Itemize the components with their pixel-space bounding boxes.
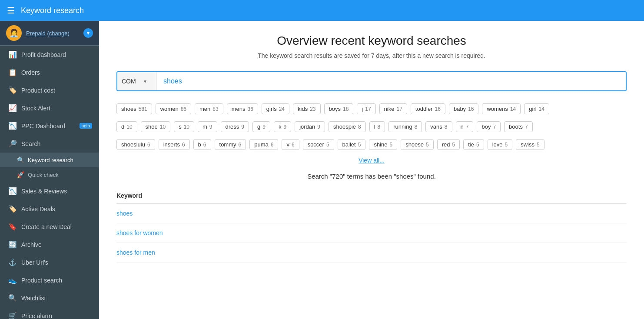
tag-item[interactable]: shine5 (369, 139, 397, 150)
tag-item[interactable]: boots7 (504, 121, 533, 132)
tag-count: 9 (241, 124, 244, 130)
tag-item[interactable]: running8 (388, 121, 422, 132)
tag-word: women (160, 106, 179, 112)
sidebar-item-active-deals[interactable]: 🏷️ Active Deals (0, 200, 99, 218)
tag-word: shoe (146, 123, 158, 130)
tag-icon: 🏷️ (8, 86, 17, 94)
anchor-icon: ⚓ (8, 258, 17, 266)
sidebar-item-product-search[interactable]: 👟 Product search (0, 271, 99, 289)
sidebar-item-ppc-dashboard[interactable]: 📉 PPC Dashboard beta (0, 117, 99, 135)
tag-item[interactable]: l8 (369, 121, 385, 132)
user-change-link[interactable]: (change) (47, 30, 69, 37)
tag-count: 8 (358, 124, 361, 130)
tag-item[interactable]: kids23 (293, 103, 320, 114)
deals-icon: 🏷️ (8, 205, 17, 213)
tag-item[interactable]: shoeslulu6 (116, 139, 155, 150)
tag-item[interactable]: dress9 (221, 121, 249, 132)
tag-item[interactable]: s10 (174, 121, 194, 132)
tag-item[interactable]: shoese5 (401, 139, 434, 150)
tag-word: shoeslulu (121, 141, 145, 148)
tag-count: 14 (510, 106, 516, 112)
sidebar-item-watchlist[interactable]: 🔍 Watchlist (0, 289, 99, 307)
tag-item[interactable]: k9 (274, 121, 291, 132)
view-all-link[interactable]: View all... (116, 157, 627, 164)
tag-count: 5 (505, 142, 508, 148)
tag-item[interactable]: soccer5 (303, 139, 334, 150)
sidebar-item-create-deal[interactable]: 🔖 Create a new Deal (0, 218, 99, 236)
tag-item[interactable]: d10 (116, 121, 137, 132)
tag-item[interactable]: men83 (195, 103, 223, 114)
tag-item[interactable]: j17 (357, 103, 375, 114)
tag-item[interactable]: shoe10 (141, 121, 171, 132)
tag-item[interactable]: nike17 (379, 103, 407, 114)
sidebar-section-search[interactable]: 🔎 Search (0, 135, 99, 153)
tag-item[interactable]: jordan9 (295, 121, 325, 132)
sidebar-user: 🧑‍💼 Prepaid (change) ▼ (0, 21, 99, 46)
tag-count: 6 (203, 142, 206, 148)
tag-item[interactable]: b6 (193, 139, 211, 150)
tag-item[interactable]: mens36 (227, 103, 258, 114)
user-dropdown-icon[interactable]: ▼ (83, 28, 93, 38)
sidebar-item-label: Active Deals (21, 206, 55, 213)
tag-item[interactable]: baby16 (449, 103, 479, 114)
tag-item[interactable]: m9 (198, 121, 217, 132)
user-name: Prepaid (26, 30, 46, 37)
hamburger-icon[interactable]: ☰ (7, 5, 15, 16)
sidebar-item-sales-reviews[interactable]: 📉 Sales & Reviews (0, 182, 99, 200)
tag-item[interactable]: tommy6 (215, 139, 246, 150)
sidebar-item-label: Uber Url's (21, 259, 48, 266)
tag-item[interactable]: shoes581 (116, 103, 152, 114)
tag-count: 9 (209, 124, 212, 130)
tag-item[interactable]: puma6 (249, 139, 278, 150)
tag-item[interactable]: womens14 (482, 103, 521, 114)
sales-icon: 📉 (8, 187, 17, 195)
sidebar-item-keyword-research[interactable]: 🔍 Keyword research (0, 153, 99, 167)
sidebar-item-stock-alert[interactable]: 📈 Stock Alert (0, 99, 99, 117)
search-bar: COM CO.UK DE FR IT ES ▼ (116, 71, 627, 91)
sidebar-item-price-alarm[interactable]: 🛒 Price alarm (0, 307, 99, 319)
keyword-row[interactable]: shoes for men (116, 243, 627, 263)
tag-word: jordan (299, 123, 315, 130)
sidebar-item-product-cost[interactable]: 🏷️ Product cost (0, 81, 99, 99)
sidebar-item-label: Product search (21, 277, 62, 284)
tag-count: 5 (426, 142, 429, 148)
tag-count: 5 (476, 142, 479, 148)
keyword-list: shoesshoes for womenshoes for men (116, 204, 627, 263)
tag-item[interactable]: g9 (252, 121, 270, 132)
sidebar: 🧑‍💼 Prepaid (change) ▼ 📊 Profit dashboar… (0, 21, 99, 319)
tag-item[interactable]: shoespie8 (329, 121, 366, 132)
search-input[interactable] (156, 72, 626, 90)
tag-item[interactable]: red5 (437, 139, 460, 150)
tag-item[interactable]: girl14 (524, 103, 549, 114)
tag-item[interactable]: tie5 (463, 139, 484, 150)
tag-item[interactable]: v6 (282, 139, 299, 150)
tag-item[interactable]: vans8 (425, 121, 452, 132)
tag-item[interactable]: women86 (156, 103, 191, 114)
tag-item[interactable]: toddler16 (411, 103, 445, 114)
sidebar-item-orders[interactable]: 📋 Orders (0, 63, 99, 81)
tag-word: vans (430, 123, 442, 130)
tag-word: k (279, 123, 282, 130)
tag-word: shoes (121, 106, 136, 112)
tag-item[interactable]: n7 (456, 121, 474, 132)
tag-item[interactable]: ballet5 (338, 139, 366, 150)
tag-item[interactable]: boys18 (324, 103, 354, 114)
marketplace-select[interactable]: COM CO.UK DE FR IT ES (122, 78, 141, 85)
keyword-row[interactable]: shoes for women (116, 223, 627, 243)
tag-item[interactable]: inserts6 (159, 139, 190, 150)
tag-count: 5 (537, 142, 540, 148)
sidebar-item-archive[interactable]: 🔄 Archive (0, 236, 99, 253)
tag-item[interactable]: girls24 (262, 103, 289, 114)
rocket-icon: 🚀 (17, 171, 24, 178)
marketplace-select-container[interactable]: COM CO.UK DE FR IT ES ▼ (117, 72, 156, 90)
tag-item[interactable]: love5 (488, 139, 513, 150)
tag-word: n (461, 123, 464, 130)
sidebar-item-profit-dashboard[interactable]: 📊 Profit dashboard (0, 46, 99, 63)
sidebar-item-uber-urls[interactable]: ⚓ Uber Url's (0, 253, 99, 271)
tag-count: 8 (378, 124, 381, 130)
keyword-row[interactable]: shoes (116, 204, 627, 223)
tag-item[interactable]: boy7 (477, 121, 501, 132)
tag-item[interactable]: swiss5 (516, 139, 544, 150)
sidebar-item-quick-check[interactable]: 🚀 Quick check (0, 167, 99, 182)
tag-word: tie (468, 141, 474, 148)
